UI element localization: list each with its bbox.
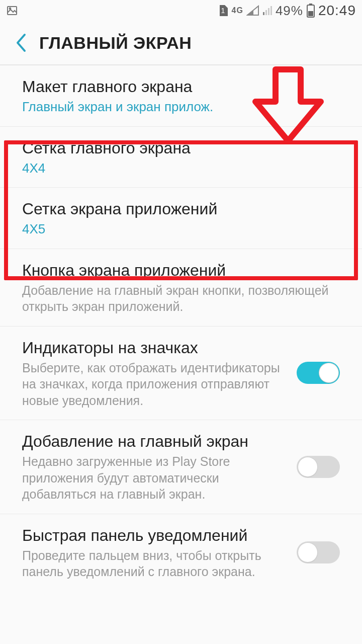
back-button[interactable] xyxy=(9,30,34,55)
item-title: Сетка экрана приложений xyxy=(22,199,340,219)
item-title: Макет главного экрана xyxy=(22,76,340,97)
item-sub: 4X5 xyxy=(22,221,340,237)
item-title: Добавление на главный экран xyxy=(22,431,287,451)
toggle-knob xyxy=(319,363,338,382)
item-desc: Недавно загруженные из Play Store прилож… xyxy=(22,453,287,503)
item-home-grid[interactable]: Сетка главного экрана 4X4 xyxy=(0,127,362,188)
toggle-knob xyxy=(298,543,317,562)
signal-icon xyxy=(246,5,259,16)
item-layout[interactable]: Макет главного экрана Главный экран и эк… xyxy=(0,65,362,127)
sim-icon: 1 xyxy=(218,4,229,17)
item-title: Сетка главного экрана xyxy=(22,138,340,158)
toggle-badge-indicators[interactable] xyxy=(297,362,340,384)
item-apps-button[interactable]: Кнопка экрана приложений Добавление на г… xyxy=(0,249,362,327)
chevron-left-icon xyxy=(15,33,29,53)
item-desc: Выберите, как отображать идентификаторы … xyxy=(22,360,287,409)
item-desc: Проведите пальцем вниз, чтобы открыть па… xyxy=(22,547,287,580)
picture-icon xyxy=(6,5,18,17)
clock-text: 20:49 xyxy=(318,3,356,19)
item-add-to-home[interactable]: Добавление на главный экран Недавно загр… xyxy=(0,420,362,514)
svg-text:1: 1 xyxy=(221,7,225,15)
item-sub: 4X4 xyxy=(22,160,340,177)
settings-list: Макет главного экрана Главный экран и эк… xyxy=(0,65,362,591)
svg-point-1 xyxy=(10,8,11,10)
item-desc: Добавление на главный экран кнопки, позв… xyxy=(22,282,340,315)
status-right: 1 4G 49% 20:49 xyxy=(218,3,356,19)
toggle-quick-panel[interactable] xyxy=(297,541,340,564)
svg-rect-5 xyxy=(268,8,269,15)
battery-percent: 49% xyxy=(276,3,303,19)
item-title: Быстрая панель уведомлений xyxy=(22,525,287,545)
status-bar: 1 4G 49% 20:49 xyxy=(0,0,362,21)
svg-rect-6 xyxy=(270,6,272,15)
item-quick-panel[interactable]: Быстрая панель уведомлений Проведите пал… xyxy=(0,514,362,591)
item-apps-grid[interactable]: Сетка экрана приложений 4X5 xyxy=(0,188,362,249)
signal2-icon xyxy=(262,5,273,16)
network-label: 4G xyxy=(232,6,243,15)
svg-rect-3 xyxy=(263,12,264,15)
battery-icon xyxy=(306,4,315,18)
title-bar: ГЛАВНЫЙ ЭКРАН xyxy=(0,21,362,65)
svg-rect-4 xyxy=(265,10,267,15)
item-sub: Главный экран и экран прилож. xyxy=(22,99,340,115)
item-badge-indicators[interactable]: Индикаторы на значках Выберите, как отоб… xyxy=(0,327,362,421)
toggle-knob xyxy=(298,457,317,476)
status-left xyxy=(6,5,18,17)
item-title: Кнопка экрана приложений xyxy=(22,260,340,280)
svg-rect-9 xyxy=(308,11,313,16)
item-title: Индикаторы на значках xyxy=(22,338,287,358)
toggle-add-to-home[interactable] xyxy=(297,456,340,478)
page-title: ГЛАВНЫЙ ЭКРАН xyxy=(39,33,192,53)
